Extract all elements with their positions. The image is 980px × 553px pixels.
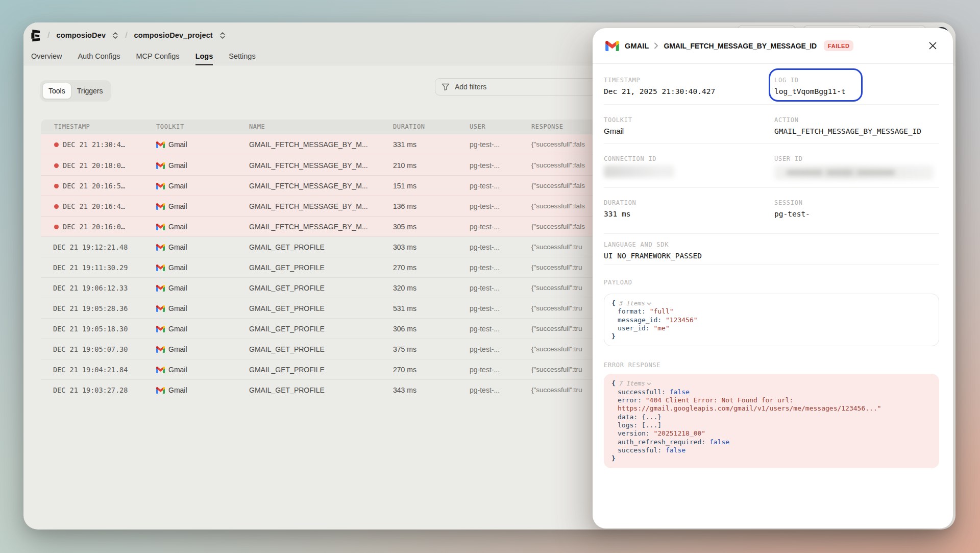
cell-duration: 210 ms	[393, 155, 416, 176]
cell-response: {"successfull":fals	[531, 217, 585, 237]
json-key: auth_refresh_required:	[618, 438, 709, 446]
cell-duration: 136 ms	[393, 196, 416, 217]
panel-action-title: GMAIL_FETCH_MESSAGE_BY_MESSAGE_ID	[664, 42, 817, 50]
close-panel-button[interactable]	[925, 39, 940, 53]
tab-logs[interactable]: Logs	[195, 48, 213, 65]
cell-duration: 305 ms	[393, 217, 416, 237]
tab-overview[interactable]: Overview	[31, 48, 62, 65]
field-value: UI NO_FRAMEWORK_PASSED	[604, 251, 939, 260]
field-value: GMAIL_FETCH_MESSAGE_BY_MESSAGE_ID	[774, 127, 939, 136]
field-label: TOOLKIT	[604, 116, 774, 124]
field-toolkit: TOOLKIT Gmail	[604, 116, 774, 143]
gmail-icon	[156, 346, 165, 353]
tab-settings[interactable]: Settings	[229, 48, 255, 65]
cell-toolkit: Gmail	[168, 196, 187, 217]
error-json-viewer[interactable]: { 7 Items successfull: false error: "404…	[604, 374, 939, 468]
cell-timestamp: DEC 21 19:11:30.29	[53, 257, 128, 278]
field-timestamp: TIMESTAMP Dec 21, 2025 21:30:40.427	[604, 77, 774, 104]
field-action: ACTION GMAIL_FETCH_MESSAGE_BY_MESSAGE_ID	[774, 116, 939, 143]
json-close-brace: }	[611, 332, 616, 340]
field-value: 331 ms	[604, 209, 774, 219]
failed-status-dot	[54, 142, 59, 147]
cell-duration: 531 ms	[393, 298, 416, 319]
cell-toolkit: Gmail	[168, 217, 187, 237]
tab-mcp-configs[interactable]: MCP Configs	[136, 48, 179, 65]
cell-user: pg-test-...	[470, 359, 500, 380]
field-label: LANGUAGE AND SDK	[604, 241, 939, 248]
cell-response: {"successfull":tru	[531, 359, 582, 380]
cell-toolkit: Gmail	[168, 278, 187, 298]
status-badge: FAILED	[824, 40, 853, 51]
cell-name: GMAIL_GET_PROFILE	[249, 339, 325, 359]
log-detail-header: GMAIL GMAIL_FETCH_MESSAGE_BY_MESSAGE_ID …	[593, 28, 953, 64]
panel-toolkit-name: GMAIL	[625, 42, 649, 50]
cell-name: GMAIL_GET_PROFILE	[249, 237, 325, 257]
gmail-icon	[156, 326, 165, 332]
field-label: USER ID	[774, 155, 939, 162]
cell-timestamp: DEC 21 19:04:21.84	[53, 359, 128, 380]
field-session: SESSION pg-test-	[774, 199, 939, 233]
field-duration: DURATION 331 ms	[604, 199, 774, 233]
json-key: successfull:	[618, 388, 670, 396]
json-value: false	[709, 438, 729, 446]
cell-response: {"successfull":tru	[531, 380, 582, 400]
field-language-sdk: LANGUAGE AND SDK UI NO_FRAMEWORK_PASSED	[604, 241, 939, 265]
redacted-value	[604, 165, 674, 178]
gmail-icon	[156, 305, 165, 312]
json-value: "404 Client Error: Not Found for url:	[646, 396, 794, 404]
json-value: "full"	[650, 307, 674, 315]
cell-duration: 270 ms	[393, 257, 416, 278]
json-key: user_id:	[618, 324, 653, 332]
project-name[interactable]: composioDev_project	[134, 31, 213, 39]
json-items-count[interactable]: 7 Items	[619, 380, 645, 387]
cell-toolkit: Gmail	[168, 359, 187, 380]
cell-timestamp: DEC 21 20:16:4…	[63, 196, 125, 217]
json-open-brace: {	[611, 299, 616, 307]
chevron-updown-icon	[112, 32, 118, 39]
failed-status-dot	[54, 163, 59, 168]
breadcrumb-separator: /	[125, 31, 127, 40]
cell-user: pg-test-...	[470, 237, 500, 257]
segment-triggers[interactable]: Triggers	[71, 83, 109, 99]
cell-toolkit: Gmail	[168, 237, 187, 257]
field-label: LOG ID	[774, 77, 939, 84]
cell-name: GMAIL_FETCH_MESSAGE_BY_M...	[249, 217, 368, 237]
json-key: version:	[618, 429, 653, 437]
cell-timestamp: DEC 21 19:05:07.30	[53, 339, 128, 359]
cell-user: pg-test-...	[470, 176, 500, 196]
filter-funnel-icon	[442, 83, 450, 91]
json-value: false	[670, 388, 690, 396]
project-switcher-button[interactable]	[219, 32, 226, 39]
field-row: TIMESTAMP Dec 21, 2025 21:30:40.427 LOG …	[604, 64, 939, 105]
cell-toolkit: Gmail	[168, 176, 187, 196]
segment-tools[interactable]: Tools	[42, 83, 71, 99]
gmail-icon	[605, 41, 619, 51]
cell-name: GMAIL_GET_PROFILE	[249, 319, 325, 339]
json-key: successful:	[618, 446, 666, 454]
column-header-timestamp: TIMESTAMP	[54, 119, 90, 134]
cell-response: {"successfull":tru	[531, 319, 582, 339]
org-switcher-button[interactable]	[112, 32, 118, 39]
cell-user: pg-test-...	[470, 134, 500, 155]
gmail-icon	[156, 162, 165, 169]
cell-user: pg-test-...	[470, 217, 500, 237]
cell-response: {"successfull":fals	[531, 155, 585, 176]
org-name[interactable]: composioDev	[56, 31, 106, 39]
log-id-highlight-ring	[769, 68, 863, 102]
json-value: "me"	[653, 324, 669, 332]
cell-duration: 270 ms	[393, 359, 416, 380]
column-header-name: NAME	[249, 119, 265, 134]
payload-json-viewer[interactable]: { 3 Items format: "full" message_id: "12…	[604, 294, 939, 346]
cell-toolkit: Gmail	[168, 298, 187, 319]
gmail-icon	[156, 141, 165, 148]
field-log-id: LOG ID log_tVqomBgg11-t	[774, 77, 939, 104]
cell-user: pg-test-...	[470, 339, 500, 359]
tab-auth-configs[interactable]: Auth Configs	[78, 48, 120, 65]
json-items-count[interactable]: 3 Items	[619, 300, 645, 307]
cell-toolkit: Gmail	[168, 155, 187, 176]
column-header-user: USER	[470, 119, 485, 134]
cell-duration: 151 ms	[393, 176, 416, 196]
cell-response: {"successfull":tru	[531, 237, 582, 257]
failed-status-dot	[54, 225, 59, 229]
desktop-background: / composioDev / composioDev_project Over…	[0, 0, 980, 553]
